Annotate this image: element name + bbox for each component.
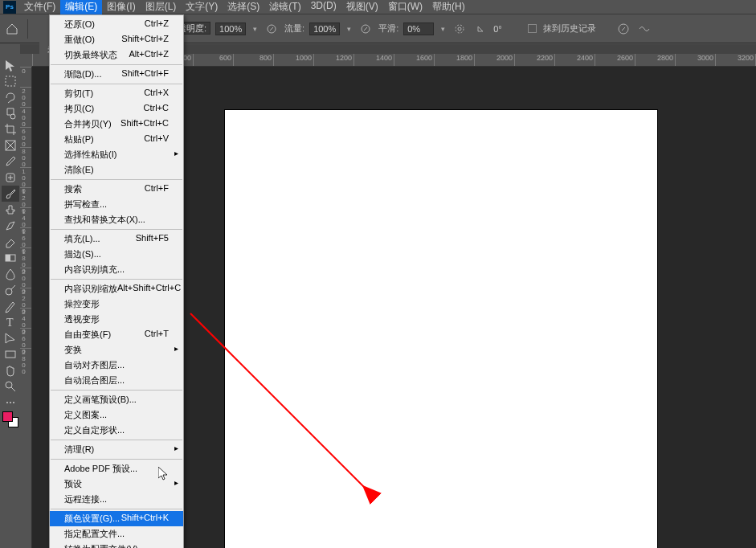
tool-crop[interactable] [2,121,19,137]
tool-zoom[interactable] [2,378,19,395]
menu-item[interactable]: 内容识别填充... [50,262,183,277]
smoothing-field[interactable]: 0% [403,22,434,35]
pressure-opacity-icon[interactable] [264,21,280,37]
symmetry-icon[interactable] [636,21,652,37]
menu-item[interactable]: 渐隐(D)...Shift+Ctrl+F [50,67,183,82]
tool-gradient[interactable] [2,250,19,266]
svg-text:T: T [6,317,14,329]
menu-separator [51,84,182,84]
menu-10[interactable]: 帮助(H) [427,0,470,14]
menubar: Ps 文件(F)编辑(E)图像(I)图层(L)文字(Y)选择(S)滤镜(T)3D… [0,0,756,14]
svg-point-22 [10,402,11,403]
menu-item[interactable]: 查找和替换文本(X)... [50,212,183,227]
airbrush-icon[interactable] [358,21,374,37]
tool-color[interactable] [2,411,19,427]
menu-item[interactable]: 清除(E) [50,162,183,178]
menu-item[interactable]: 描边(S)... [50,247,183,262]
history-checkbox[interactable] [528,24,537,33]
menu-2[interactable]: 图像(I) [102,0,140,14]
menu-item[interactable]: 还原(O)Ctrl+Z [50,17,183,32]
svg-rect-5 [6,76,15,86]
menu-item[interactable]: 变换 [50,342,183,358]
angle-value[interactable]: 0° [493,24,502,34]
menu-6[interactable]: 滤镜(T) [264,0,305,14]
menu-item[interactable]: 自动混合图层... [50,373,183,388]
opacity-field[interactable]: 100% [215,22,246,35]
menu-separator [51,459,182,460]
flow-field[interactable]: 100% [309,22,340,35]
app-logo: Ps [3,1,16,14]
angle-icon[interactable] [472,21,488,37]
menu-item[interactable]: 切换最终状态Alt+Ctrl+Z [50,47,183,63]
tool-blur[interactable] [2,266,19,282]
dropdown-icon[interactable]: ▾ [439,25,447,33]
tool-dodge[interactable] [2,282,19,298]
menu-separator [51,509,182,509]
tool-marquee[interactable] [2,73,19,89]
menu-item[interactable]: 剪切(T)Ctrl+X [50,86,183,101]
svg-point-3 [456,25,464,33]
menu-item[interactable]: 操控变形 [50,296,183,312]
tool-frame[interactable] [2,137,19,153]
tool-lasso[interactable] [2,89,19,105]
canvas[interactable] [225,110,657,548]
dropdown-icon[interactable]: ▾ [251,25,259,33]
tool-hand[interactable] [2,362,19,378]
menu-item[interactable]: 转换为配置文件(V)... [50,542,183,548]
menu-item[interactable]: 清理(R) [50,442,183,457]
menu-item[interactable]: 定义图案... [50,407,183,423]
pressure-size-icon[interactable] [615,21,631,37]
toolbox: T [0,54,20,548]
home-icon[interactable] [5,22,19,36]
tool-history[interactable] [2,218,19,234]
cursor-icon [158,467,170,481]
menu-item[interactable]: 自动对齐图层... [50,358,183,373]
menu-item[interactable]: 拷贝(C)Ctrl+C [50,101,183,117]
menu-item[interactable]: 颜色设置(G)...Shift+Ctrl+K [50,511,183,526]
tool-pen[interactable] [2,298,19,314]
menu-item[interactable]: 粘贴(P)Ctrl+V [50,132,183,147]
tool-brush[interactable] [2,186,19,202]
svg-point-15 [6,288,12,295]
tool-type[interactable]: T [2,314,19,330]
menu-4[interactable]: 文字(Y) [181,0,223,14]
menu-item[interactable]: 内容识别缩放Alt+Shift+Ctrl+C [50,281,183,296]
menu-8[interactable]: 视图(V) [341,0,383,14]
menu-item[interactable]: 定义画笔预设(B)... [50,392,183,407]
menu-item[interactable]: 拼写检查... [50,197,183,212]
svg-rect-18 [6,351,15,358]
tool-move[interactable] [2,57,19,73]
menu-item[interactable]: 搜索Ctrl+F [50,182,183,197]
menu-separator [51,229,182,230]
menu-item[interactable]: 指定配置文件... [50,526,183,542]
tool-more[interactable] [2,395,19,411]
menu-0[interactable]: 文件(F) [19,0,60,14]
menu-item[interactable]: 自由变换(F)Ctrl+T [50,327,183,342]
menu-item[interactable]: 定义自定形状... [50,423,183,438]
svg-line-20 [11,387,15,391]
menu-1[interactable]: 编辑(E) [60,0,102,14]
menu-item[interactable]: 远程连接... [50,492,183,507]
menu-separator [51,64,182,65]
menu-3[interactable]: 图层(L) [141,0,182,14]
menu-item[interactable]: 选择性粘贴(I) [50,147,183,162]
color-swatch[interactable] [2,411,18,427]
tool-stamp[interactable] [2,202,19,218]
menu-item[interactable]: 重做(O)Shift+Ctrl+Z [50,32,183,47]
tool-eyedrop[interactable] [2,153,19,170]
tool-eraser[interactable] [2,234,19,250]
tool-quickselect[interactable] [2,105,19,121]
menu-7[interactable]: 3D(D) [306,0,341,14]
menu-item[interactable]: 填充(L)...Shift+F5 [50,231,183,247]
tool-path[interactable] [2,330,19,346]
menu-item[interactable]: 合并拷贝(Y)Shift+Ctrl+C [50,117,183,132]
menu-5[interactable]: 选择(S) [223,0,264,14]
smoothing-gear-icon[interactable] [452,21,468,37]
menu-separator [51,390,182,391]
menu-separator [51,440,182,440]
menu-item[interactable]: 透视变形 [50,312,183,327]
dropdown-icon[interactable]: ▾ [345,25,353,33]
tool-rect[interactable] [2,346,19,362]
menu-9[interactable]: 窗口(W) [383,0,427,14]
tool-heal[interactable] [2,170,19,186]
